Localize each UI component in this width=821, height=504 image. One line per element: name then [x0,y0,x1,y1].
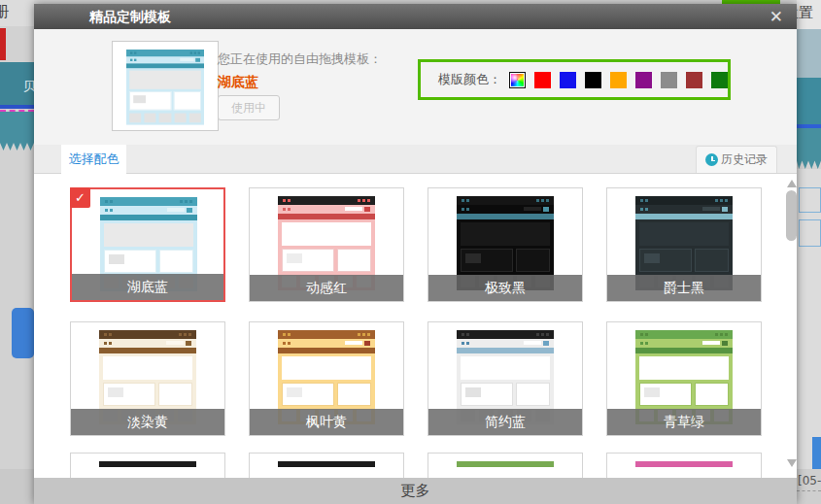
history-button-label: 历史记录 [721,151,768,168]
decor [516,383,550,406]
scrollbar-thumb[interactable] [786,190,797,241]
decor [174,91,201,110]
color-swatch-gray[interactable] [661,72,677,88]
dialog-header-section: 您正在使用的自由拖拽模板： 湖底蓝 使用中 模版颜色： [34,29,797,145]
scroll-up-icon[interactable] [787,180,797,187]
decor [536,199,549,202]
current-template-name: 湖底蓝 [218,74,258,91]
decor [159,250,193,273]
template-thumbnail-header-bar [457,461,554,467]
decor [461,249,550,272]
decor [283,342,286,345]
decor [466,333,469,336]
decor [190,51,192,53]
decor [130,51,132,53]
template-card-partial[interactable] [70,453,225,478]
decor [546,333,549,336]
decor [461,383,550,406]
decor [466,342,469,345]
decor [129,71,201,89]
template-card-partial[interactable] [428,453,583,478]
decor [725,199,728,202]
decor [104,333,107,336]
scrollbar[interactable] [786,175,797,478]
background-left-text: 册 [0,3,9,21]
decor [278,214,375,219]
decor [639,383,729,406]
background-right-outline-box [799,219,821,247]
decor [536,199,539,202]
decor [180,200,183,203]
color-swatch-dark-red[interactable] [686,72,702,88]
decor [130,51,136,53]
decor [462,199,464,202]
decor [109,342,112,345]
in-use-button[interactable]: 使用中 [218,95,280,120]
decor [358,199,370,202]
color-swatch-red[interactable] [534,72,551,88]
decor [722,207,728,212]
decor [288,199,291,202]
decor [126,56,204,63]
template-card-淡染黄[interactable]: 淡染黄 [70,321,225,436]
selected-check-icon: ✓ [70,187,90,208]
color-swatch-black[interactable] [585,72,601,88]
decor [644,253,660,263]
decor [462,342,464,345]
template-card-partial[interactable] [249,453,404,478]
color-swatch-blue[interactable] [560,72,576,88]
decor [100,215,197,220]
template-card-爵士黑[interactable]: 爵士黑 [606,187,762,302]
template-card-极致黑[interactable]: 极致黑 [428,187,583,302]
template-card-partial[interactable] [606,453,762,478]
decor [364,207,370,212]
decor [109,333,112,336]
tab-select-color-scheme[interactable]: 选择配色 [61,145,126,174]
decor [466,199,469,202]
background-right-header: 位置 [797,0,821,29]
decor [644,387,660,397]
decor [541,199,544,202]
template-card-枫叶黄[interactable]: 枫叶黄 [249,321,404,436]
decor [640,199,648,202]
decor [635,330,733,339]
decor [129,91,171,110]
decor [457,196,554,205]
decor [635,339,733,348]
template-card-青草绿[interactable]: 青草绿 [606,321,762,436]
template-card-caption: 枫叶黄 [250,409,403,435]
decor [462,208,469,211]
decor [462,342,469,345]
template-card-简约蓝[interactable]: 简约蓝 [428,321,583,436]
decor [364,341,370,346]
decor [465,253,481,263]
decor [129,91,201,110]
background-left-dashed-line [0,110,34,112]
color-swatch-green[interactable] [711,72,728,88]
decor [465,387,481,397]
decor [337,249,371,272]
template-card-动感红[interactable]: 动感红 [249,187,404,302]
close-icon[interactable]: ✕ [770,4,783,29]
scroll-down-icon[interactable] [787,459,797,467]
decor [702,207,720,211]
history-button[interactable]: 历史记录 [696,146,777,173]
decor [645,333,648,336]
background-blue-button [12,308,34,358]
decor [194,51,196,53]
decor [288,342,291,345]
decor [695,249,729,272]
decor [105,209,113,212]
decor [126,50,204,56]
template-card-湖底蓝[interactable]: ✓ 湖底蓝 [70,187,225,302]
color-swatch-orange[interactable] [610,72,627,88]
decor [278,348,375,353]
decor [166,341,184,345]
decor [186,341,191,346]
more-button[interactable]: 更多 [34,478,797,504]
color-swatch-purple[interactable] [635,72,652,88]
background-left-footer [0,469,34,504]
decor [104,223,193,247]
decor [457,330,554,339]
color-swatch-multicolor[interactable] [509,72,526,88]
